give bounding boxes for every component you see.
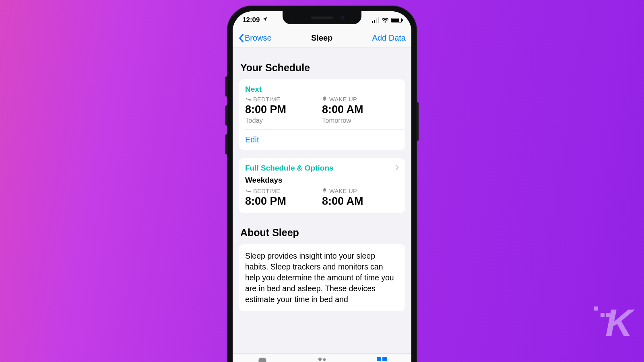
full-schedule-label: Full Schedule & Options [245,164,334,173]
tab-sharing[interactable]: Sharing [292,354,352,362]
wifi-icon [382,18,389,23]
about-sleep-heading: About Sleep [240,227,405,239]
nav-title: Sleep [311,33,332,43]
weekdays-bedtime-time: 8:00 PM [245,195,322,208]
phone-frame: 12:09 Browse Sleep Add Data Your [227,6,417,362]
tab-bar: Summary Sharing Browse [233,353,411,362]
about-sleep-card: Sleep provides insight into your sleep h… [239,244,405,311]
status-time: 12:09 [242,16,260,24]
bed-icon [245,96,251,103]
alarm-icon [322,188,327,194]
battery-icon [391,18,402,23]
bedtime-label: BEDTIME [253,96,280,103]
weekdays-wakeup-time: 8:00 AM [322,195,399,208]
people-icon [316,357,328,362]
back-button[interactable]: Browse [238,33,272,43]
tab-summary[interactable]: Summary [233,354,292,362]
your-schedule-heading: Your Schedule [240,62,405,74]
wakeup-label: WAKE UP [329,188,357,194]
notch [283,11,361,24]
bed-icon [245,188,251,194]
grid-icon [377,357,387,362]
next-bedtime-day: Today [245,117,322,124]
next-wakeup-day: Tomorrow [322,117,399,124]
add-data-button[interactable]: Add Data [372,33,406,43]
svg-point-0 [318,358,322,361]
full-schedule-card: Full Schedule & Options Weekdays BEDTIME [239,158,405,213]
location-icon [262,16,268,24]
next-schedule-card: Next BEDTIME 8:00 PM Today [239,79,405,150]
page-content[interactable]: Your Schedule Next BEDTIME 8:00 PM [233,47,411,362]
nav-header: Browse Sleep Add Data [233,29,411,47]
edit-button[interactable]: Edit [239,130,405,150]
tab-browse[interactable]: Browse [352,354,411,362]
cellular-signal-icon [372,17,379,23]
next-wakeup-time: 8:00 AM [322,103,399,116]
wakeup-label: WAKE UP [329,96,357,103]
back-label: Browse [245,33,272,43]
heart-icon [257,357,268,362]
phone-screen: 12:09 Browse Sleep Add Data Your [233,11,411,362]
about-sleep-body: Sleep provides insight into your sleep h… [245,251,399,305]
bedtime-label: BEDTIME [253,188,280,194]
svg-point-1 [323,358,326,361]
watermark-logo: K [605,304,630,342]
full-schedule-link[interactable]: Full Schedule & Options [239,158,405,176]
weekdays-label: Weekdays [239,176,405,186]
alarm-icon [322,96,327,103]
chevron-right-icon [395,164,399,172]
next-label: Next [245,85,399,94]
next-bedtime-time: 8:00 PM [245,103,322,116]
